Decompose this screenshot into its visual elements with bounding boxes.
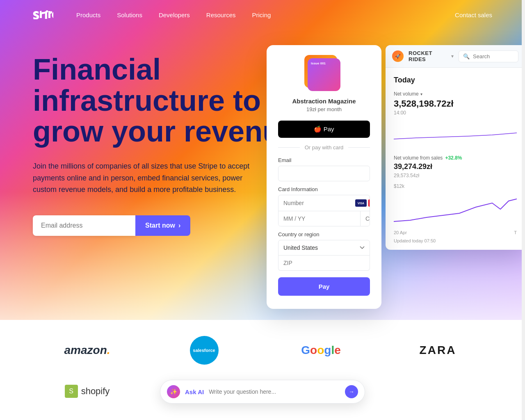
- card-number-input[interactable]: [283, 200, 355, 206]
- x-label-start: 20 Apr: [394, 230, 407, 235]
- logo[interactable]: [33, 10, 53, 19]
- mastercard-logo: ●●: [368, 199, 370, 207]
- card-info-label: Card Information: [278, 186, 370, 192]
- ai-chat-widget: ✨ Ask AI →: [160, 380, 365, 404]
- sales-chart: [394, 191, 517, 224]
- nav-pricing[interactable]: Pricing: [246, 8, 278, 22]
- prev-amount: 29,573.54zł: [394, 173, 517, 178]
- dashboard-search: 🔍: [459, 50, 518, 62]
- search-input[interactable]: [473, 53, 514, 59]
- sales-label: Net volume from sales +32.8%: [394, 155, 517, 161]
- scrollbar[interactable]: [522, 0, 525, 420]
- ai-send-button[interactable]: →: [345, 385, 358, 398]
- card-info-wrapper: VISA ●● AX D: [278, 195, 370, 226]
- card-expiry-input[interactable]: [278, 211, 361, 226]
- start-now-button[interactable]: Start now ›: [135, 215, 190, 236]
- navigation: Products Solutions Developers Resources …: [0, 0, 525, 30]
- nav-solutions[interactable]: Solutions: [110, 8, 149, 22]
- amazon-logo: amazon.: [64, 338, 110, 363]
- hero-subtitle: Join the millions of companies of all si…: [33, 160, 262, 196]
- nav-products[interactable]: Products: [70, 8, 107, 22]
- product-price: 19zł per month: [278, 106, 370, 112]
- zara-logo: ZARA: [420, 338, 457, 363]
- nav-resources[interactable]: Resources: [200, 8, 242, 22]
- nav-links: Products Solutions Developers Resources …: [70, 8, 455, 22]
- dashboard-body: Today Net volume ▾ 3,528,198.72zł 14:00 …: [386, 68, 525, 250]
- apple-pay-button[interactable]: 🍎 Pay: [278, 121, 370, 138]
- product-visual: Issue 001: [308, 58, 340, 91]
- issue-label: Issue 001: [311, 62, 326, 65]
- net-time: 14:00: [394, 110, 517, 116]
- net-amount: 3,528,198.72zł: [394, 98, 517, 109]
- x-label-end: T: [514, 230, 517, 235]
- country-select[interactable]: United States: [278, 240, 370, 256]
- ai-icon: ✨: [167, 385, 180, 398]
- net-chevron-icon: ▾: [420, 92, 422, 96]
- company-chevron-icon[interactable]: ▾: [451, 53, 454, 59]
- growth-badge: +32.8%: [445, 155, 462, 161]
- today-label: Today: [394, 76, 517, 84]
- email-label: Email: [278, 157, 370, 163]
- price-label: $12k: [394, 183, 517, 189]
- sales-amount: 39,274.29zł: [394, 162, 517, 171]
- net-chart: [394, 121, 517, 145]
- chart-x-labels: 20 Apr T: [394, 230, 517, 235]
- card-email-input[interactable]: [278, 166, 370, 181]
- card-divider: Or pay with card: [278, 144, 370, 151]
- dashboard-panel: 🚀 ROCKET RIDES ▾ 🔍 Today Net volume ▾ 3,…: [386, 45, 525, 250]
- update-time: Updated today 07:50: [394, 238, 517, 243]
- visa-logo: VISA: [355, 199, 367, 207]
- zip-input[interactable]: [278, 256, 370, 271]
- logos-section: amazon. salesforce Google ZARA S shopify…: [0, 322, 525, 420]
- dashboard-header: 🚀 ROCKET RIDES ▾ 🔍: [386, 45, 525, 68]
- card-logos: VISA ●● AX D: [355, 199, 370, 207]
- contact-sales-link[interactable]: Contact sales: [455, 11, 492, 18]
- nav-developers[interactable]: Developers: [152, 8, 196, 22]
- shopify-icon: S: [65, 385, 78, 398]
- search-icon: 🔍: [463, 53, 470, 59]
- google-logo: Google: [301, 338, 340, 363]
- card-expiry-cvc-row: [278, 211, 370, 226]
- product-name: Abstraction Magazine: [278, 98, 370, 105]
- product-image-container: Issue 001: [278, 58, 370, 91]
- shopify-logo: S shopify: [65, 379, 110, 404]
- company-name: ROCKET RIDES: [409, 50, 446, 62]
- salesforce-logo: salesforce: [190, 338, 219, 363]
- ai-label: Ask AI: [185, 388, 204, 395]
- country-label: Country or region: [278, 231, 370, 237]
- email-input[interactable]: [33, 215, 135, 236]
- card-cvc-input[interactable]: [361, 211, 370, 226]
- ai-chat-input[interactable]: [209, 388, 340, 395]
- payment-card: Issue 001 Abstraction Magazine 19zł per …: [267, 45, 381, 309]
- net-volume-label: Net volume ▾: [394, 91, 517, 97]
- company-logo: 🚀: [392, 50, 404, 62]
- pay-button[interactable]: Pay: [278, 277, 370, 296]
- nav-right: Contact sales: [455, 11, 492, 18]
- card-number-row: VISA ●● AX D: [278, 195, 370, 211]
